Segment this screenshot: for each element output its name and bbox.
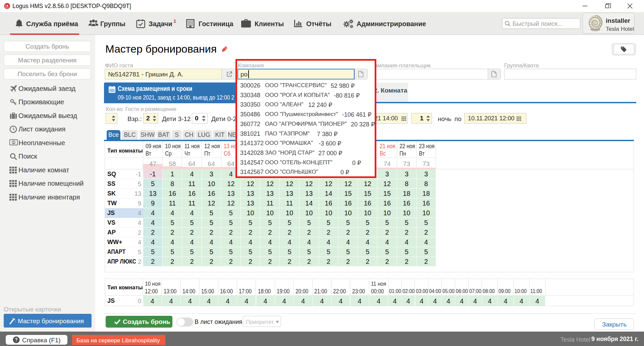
svg-text:?: ?	[15, 337, 18, 342]
svg-text:1: 1	[13, 141, 14, 144]
